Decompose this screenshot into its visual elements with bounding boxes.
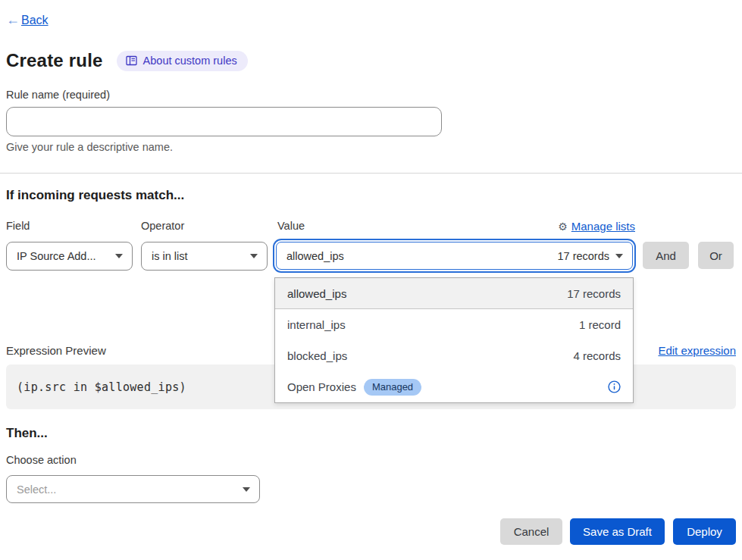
and-button[interactable]: And — [643, 242, 689, 269]
about-custom-rules-link[interactable]: About custom rules — [117, 51, 248, 71]
rule-name-input[interactable] — [6, 107, 442, 136]
chevron-down-icon — [250, 254, 258, 258]
value-dropdown-menu: allowed_ips 17 records internal_ips 1 re… — [274, 277, 634, 403]
value-select[interactable]: allowed_ips 17 records — [276, 242, 633, 270]
value-select-record-count: 17 records — [557, 250, 609, 262]
expression-preview-label: Expression Preview — [6, 344, 106, 357]
chevron-down-icon — [243, 487, 250, 492]
list-name: internal_ips — [287, 318, 346, 331]
value-select-value: allowed_ips — [286, 250, 344, 262]
chevron-down-icon — [115, 254, 123, 258]
list-name: blocked_ips — [287, 349, 347, 362]
value-label: Value — [277, 220, 305, 232]
section-divider — [0, 173, 742, 174]
info-icon[interactable] — [608, 380, 621, 393]
manage-lists-link[interactable]: ⚙ Manage lists — [558, 220, 635, 233]
about-custom-rules-label: About custom rules — [143, 55, 237, 67]
match-section-heading: If incoming requests match... — [6, 188, 184, 203]
arrow-left-icon: ← — [6, 12, 20, 28]
manage-lists-label: Manage lists — [571, 220, 635, 233]
dropdown-item-open-proxies[interactable]: Open Proxies Managed — [275, 371, 633, 402]
list-record-count: 1 record — [579, 318, 621, 331]
field-select[interactable]: IP Source Add... — [6, 242, 133, 271]
operator-select[interactable]: is in list — [141, 242, 268, 271]
choose-action-label: Choose action — [6, 454, 77, 466]
field-label: Field — [6, 220, 30, 232]
list-name: Open Proxies — [287, 380, 356, 393]
or-button[interactable]: Or — [698, 242, 734, 269]
operator-select-value: is in list — [152, 250, 188, 262]
title-row: Create rule About custom rules — [6, 50, 248, 71]
back-link-label: Back — [21, 14, 49, 27]
gear-icon: ⚙ — [558, 221, 568, 232]
list-record-count: 17 records — [567, 287, 621, 300]
back-link[interactable]: ← Back — [6, 12, 49, 28]
dropdown-item-blocked-ips[interactable]: blocked_ips 4 records — [275, 340, 633, 371]
expression-code: (ip.src in $allowed_ips) — [17, 380, 186, 394]
action-select-placeholder: Select... — [17, 483, 56, 496]
dropdown-item-allowed-ips[interactable]: allowed_ips 17 records — [275, 278, 633, 309]
book-icon — [126, 55, 137, 66]
dropdown-item-internal-ips[interactable]: internal_ips 1 record — [275, 309, 633, 340]
rule-name-label: Rule name (required) — [6, 89, 110, 101]
field-select-value: IP Source Add... — [17, 250, 96, 262]
edit-expression-link[interactable]: Edit expression — [658, 344, 736, 357]
deploy-button[interactable]: Deploy — [673, 518, 736, 545]
rule-name-helper-text: Give your rule a descriptive name. — [6, 141, 173, 153]
create-rule-page: ← Back Create rule About custom rules Ru… — [0, 0, 742, 560]
then-section-heading: Then... — [6, 426, 48, 441]
chevron-down-icon — [615, 254, 623, 258]
managed-badge: Managed — [364, 379, 421, 396]
action-select[interactable]: Select... — [6, 475, 260, 503]
list-name: allowed_ips — [287, 287, 346, 300]
save-as-draft-button[interactable]: Save as Draft — [570, 518, 665, 545]
page-title: Create rule — [6, 50, 103, 71]
list-record-count: 4 records — [573, 349, 621, 362]
cancel-button[interactable]: Cancel — [500, 518, 562, 545]
operator-label: Operator — [141, 220, 184, 232]
